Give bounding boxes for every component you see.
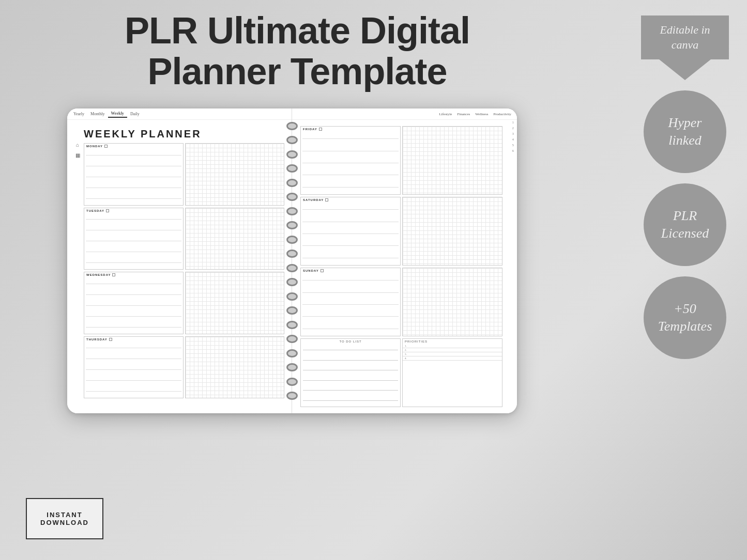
right-page: Lifestyle Finances Wellness Productivity…: [292, 108, 517, 413]
tab-wellness[interactable]: Wellness: [472, 111, 491, 117]
sunday-label: SUNDAY: [301, 268, 400, 273]
saturday-label: SATURDAY: [301, 197, 400, 203]
spiral-ring: [286, 306, 298, 315]
spiral-ring: [286, 122, 298, 130]
friday-row: FRIDAY: [300, 126, 502, 195]
main-title-container: PLR Ultimate Digital Planner Template: [26, 10, 569, 92]
spiral-ring: [286, 292, 298, 301]
tuesday-lines: [84, 213, 183, 270]
tab-weekly[interactable]: Weekly: [108, 110, 127, 118]
tab-daily[interactable]: Daily: [127, 111, 143, 117]
tuesday-checkbox[interactable]: [106, 209, 109, 212]
todo-line: [303, 380, 398, 381]
wednesday-checkbox[interactable]: [112, 273, 115, 276]
wednesday-grid: [185, 272, 285, 334]
todo-row: TO DO LIST PRIORITIES: [300, 338, 502, 407]
tab-finances[interactable]: Finances: [454, 111, 472, 117]
instant-download-badge: INSTANT DOWNLOAD: [26, 498, 103, 539]
monday-grid: [185, 143, 285, 206]
friday-block: FRIDAY: [300, 126, 401, 195]
right-panel: Editable incanva Hyperlinked PLRLicensed…: [633, 15, 737, 359]
spiral-ring: [286, 349, 298, 357]
home-icon[interactable]: ⌂: [73, 141, 82, 149]
spiral-ring: [286, 363, 298, 371]
sunday-grid: [402, 268, 502, 336]
monday-lines: [84, 149, 183, 205]
todo-line: [303, 370, 398, 370]
thursday-block: THURSDAY: [84, 336, 184, 399]
thursday-lines: [84, 342, 183, 398]
calendar-icon[interactable]: ▦: [73, 151, 82, 159]
nav-bar-left: Yearly Monthly Weekly Daily: [67, 108, 292, 120]
thursday-row: THURSDAY: [84, 336, 284, 399]
saturday-grid: [402, 197, 502, 266]
sunday-block: SUNDAY: [300, 268, 401, 336]
spiral-ring: [286, 221, 298, 229]
todo-line: [303, 400, 398, 401]
wednesday-block: WEDNESDAY: [84, 272, 184, 334]
planner-device: Yearly Monthly Weekly Daily ⌂ ▦ WEEKLY P…: [67, 108, 517, 413]
friday-grid: [402, 126, 502, 195]
hyperlinked-badge: Hyperlinked: [644, 90, 726, 173]
priority-3: 3.: [403, 352, 502, 356]
thursday-label: THURSDAY: [84, 337, 183, 342]
priority-4: 4.: [403, 356, 502, 361]
main-title: PLR Ultimate Digital Planner Template: [26, 10, 569, 92]
thursday-grid: [185, 336, 285, 399]
saturday-checkbox[interactable]: [325, 198, 328, 201]
saturday-row: SATURDAY: [300, 197, 502, 266]
planner-body: Yearly Monthly Weekly Daily ⌂ ▦ WEEKLY P…: [67, 108, 517, 413]
spiral-ring: [286, 236, 298, 244]
todo-lines: [301, 344, 400, 407]
spiral-ring: [286, 193, 298, 201]
tuesday-grid: [185, 208, 285, 270]
nav-bar-right: Lifestyle Finances Wellness Productivity: [292, 108, 517, 120]
sidebar-icons: ⌂ ▦: [73, 141, 82, 159]
days-grid-right: FRIDAY SATURDAY: [296, 125, 513, 408]
todo-label: TO DO LIST: [301, 339, 400, 344]
canva-arrow-icon: [659, 59, 711, 80]
spiral-ring: [286, 321, 298, 329]
monday-block: MONDAY: [84, 143, 184, 206]
tuesday-label: TUESDAY: [84, 208, 183, 213]
canva-banner: Editable incanva: [638, 15, 731, 80]
sunday-checkbox[interactable]: [321, 269, 324, 272]
spiral-ring: [286, 136, 298, 144]
saturday-block: SATURDAY: [300, 197, 401, 266]
todo-line: [303, 360, 398, 361]
monday-checkbox[interactable]: [104, 145, 108, 148]
friday-label: FRIDAY: [301, 127, 400, 132]
sunday-lines: [301, 273, 400, 336]
thursday-checkbox[interactable]: [109, 338, 112, 341]
canva-text: Editable incanva: [641, 15, 729, 59]
page-header: WEEKLY PLANNER: [71, 125, 287, 142]
spiral-ring: [286, 179, 298, 187]
left-page: Yearly Monthly Weekly Daily ⌂ ▦ WEEKLY P…: [67, 108, 292, 413]
tuesday-block: TUESDAY: [84, 208, 184, 270]
tuesday-row: TUESDAY: [84, 208, 284, 270]
saturday-lines: [301, 203, 400, 265]
spiral-binding: [284, 108, 300, 413]
wednesday-row: WEDNESDAY: [84, 272, 284, 334]
spiral-ring: [286, 164, 298, 173]
tab-lifestyle[interactable]: Lifestyle: [436, 111, 454, 117]
friday-checkbox[interactable]: [319, 128, 322, 131]
priority-2: 2.: [403, 348, 502, 352]
tab-productivity[interactable]: Productivity: [491, 111, 514, 117]
todo-block: TO DO LIST: [300, 338, 401, 407]
left-page-inner: ⌂ ▦ WEEKLY PLANNER MONDAY: [71, 125, 287, 408]
spiral-ring: [286, 264, 298, 272]
monday-row: MONDAY: [84, 143, 284, 206]
right-page-inner: FRIDAY SATURDAY: [296, 125, 513, 408]
todo-line: [303, 390, 398, 391]
priorities-block: PRIORITIES 1. 2. 3. 4.: [402, 338, 502, 407]
spiral-ring: [286, 392, 298, 400]
spiral-ring: [286, 207, 298, 215]
tab-yearly[interactable]: Yearly: [70, 111, 87, 117]
priorities-label: PRIORITIES: [403, 339, 502, 344]
sunday-row: SUNDAY: [300, 268, 502, 336]
plr-licensed-badge: PLRLicensed: [644, 183, 726, 266]
weekly-planner-title: WEEKLY PLANNER: [84, 128, 202, 140]
tab-monthly[interactable]: Monthly: [87, 111, 108, 117]
spiral-ring: [286, 278, 298, 286]
